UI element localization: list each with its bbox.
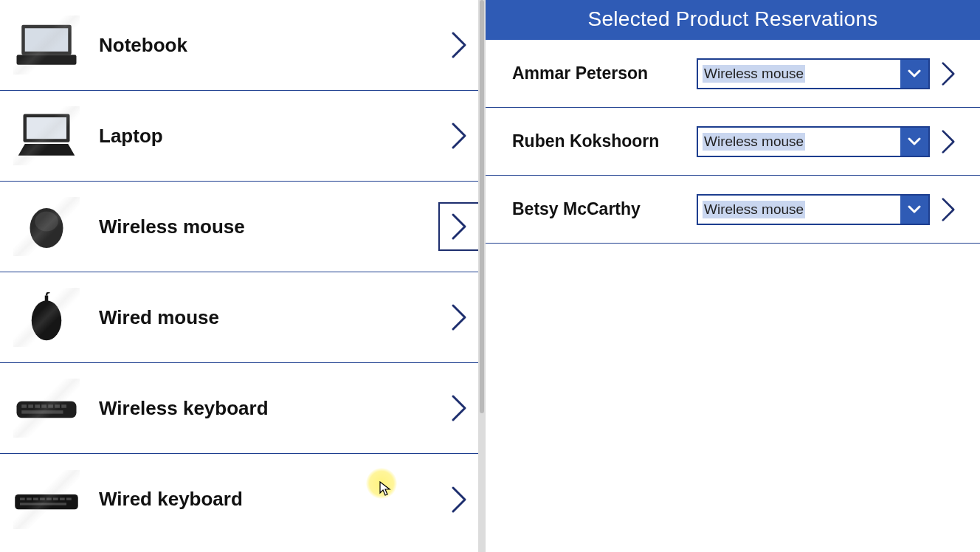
svg-rect-26 <box>60 497 65 500</box>
svg-rect-12 <box>28 405 33 409</box>
chevron-right-icon <box>450 212 468 241</box>
svg-rect-27 <box>66 497 72 500</box>
chevron-right-icon <box>450 303 468 332</box>
svg-rect-17 <box>61 405 66 409</box>
product-select[interactable]: Wireless mouse <box>697 58 930 89</box>
chevron-right-icon <box>450 393 468 423</box>
chevron-down-icon[interactable] <box>900 128 928 156</box>
product-select-value: Wireless mouse <box>698 128 900 156</box>
product-label: Laptop <box>99 125 450 148</box>
svg-rect-22 <box>33 497 38 500</box>
product-select-value: Wireless mouse <box>698 196 900 224</box>
svg-rect-20 <box>20 497 25 500</box>
product-label: Notebook <box>99 34 450 57</box>
product-select[interactable]: Wireless mouse <box>697 194 930 225</box>
product-row-notebook[interactable]: Notebook <box>0 0 478 91</box>
chevron-right-icon <box>450 121 468 151</box>
svg-rect-2 <box>17 55 77 66</box>
svg-rect-9 <box>45 296 49 304</box>
svg-rect-16 <box>55 405 60 409</box>
svg-rect-13 <box>35 405 40 409</box>
product-row-wired-keyboard[interactable]: Wired keyboard <box>0 454 478 545</box>
reservation-person-name: Betsy McCarthy <box>512 199 697 219</box>
product-label: Wireless keyboard <box>99 397 450 420</box>
svg-point-8 <box>32 301 62 341</box>
laptop-icon <box>13 106 80 165</box>
scrollbar-thumb[interactable] <box>480 0 484 413</box>
reservations-title: Selected Product Reservations <box>486 0 980 40</box>
reservation-row: Ruben Kokshoorn Wireless mouse <box>486 108 980 176</box>
notebook-icon <box>13 15 80 75</box>
chevron-right-icon <box>450 485 468 514</box>
reservation-row: Betsy McCarthy Wireless mouse <box>486 176 980 244</box>
selected-indicator <box>438 202 478 251</box>
product-list-panel: Notebook Laptop Wireless mouse <box>0 0 478 552</box>
svg-rect-10 <box>17 401 77 418</box>
reservation-person-name: Ammar Peterson <box>512 63 697 83</box>
svg-rect-19 <box>15 494 78 509</box>
product-row-laptop[interactable]: Laptop <box>0 91 478 182</box>
wired-keyboard-icon <box>13 470 80 529</box>
svg-marker-5 <box>18 144 75 156</box>
product-label: Wireless mouse <box>99 215 471 238</box>
wireless-mouse-icon <box>13 197 80 256</box>
svg-rect-15 <box>48 405 53 409</box>
product-row-wireless-mouse[interactable]: Wireless mouse <box>0 182 478 272</box>
svg-rect-14 <box>41 405 46 409</box>
product-label: Wired mouse <box>99 306 450 329</box>
product-select-value: Wireless mouse <box>698 60 900 88</box>
svg-rect-28 <box>20 503 66 505</box>
svg-rect-23 <box>40 497 45 500</box>
chevron-down-icon[interactable] <box>900 196 928 224</box>
chevron-right-icon[interactable] <box>940 61 956 87</box>
product-label: Wired keyboard <box>99 488 450 511</box>
wired-mouse-icon <box>13 288 80 347</box>
svg-point-7 <box>35 212 58 232</box>
svg-rect-1 <box>25 29 69 52</box>
app-root: Notebook Laptop Wireless mouse <box>0 0 980 552</box>
svg-rect-25 <box>53 497 58 500</box>
svg-rect-24 <box>46 497 52 500</box>
chevron-down-icon[interactable] <box>900 60 928 88</box>
svg-rect-4 <box>27 117 66 139</box>
chevron-right-icon <box>450 30 468 60</box>
chevron-right-icon[interactable] <box>940 196 956 223</box>
reservation-row: Ammar Peterson Wireless mouse <box>486 40 980 108</box>
chevron-right-icon[interactable] <box>940 128 956 155</box>
svg-rect-11 <box>21 405 27 409</box>
product-select[interactable]: Wireless mouse <box>697 126 930 157</box>
svg-rect-21 <box>27 497 32 500</box>
reservations-panel: Selected Product Reservations Ammar Pete… <box>486 0 980 552</box>
product-row-wired-mouse[interactable]: Wired mouse <box>0 272 478 363</box>
product-row-wireless-keyboard[interactable]: Wireless keyboard <box>0 363 478 454</box>
wireless-keyboard-icon <box>13 379 80 438</box>
svg-rect-18 <box>21 410 63 414</box>
panel-splitter[interactable] <box>478 0 486 552</box>
reservation-person-name: Ruben Kokshoorn <box>512 131 697 151</box>
